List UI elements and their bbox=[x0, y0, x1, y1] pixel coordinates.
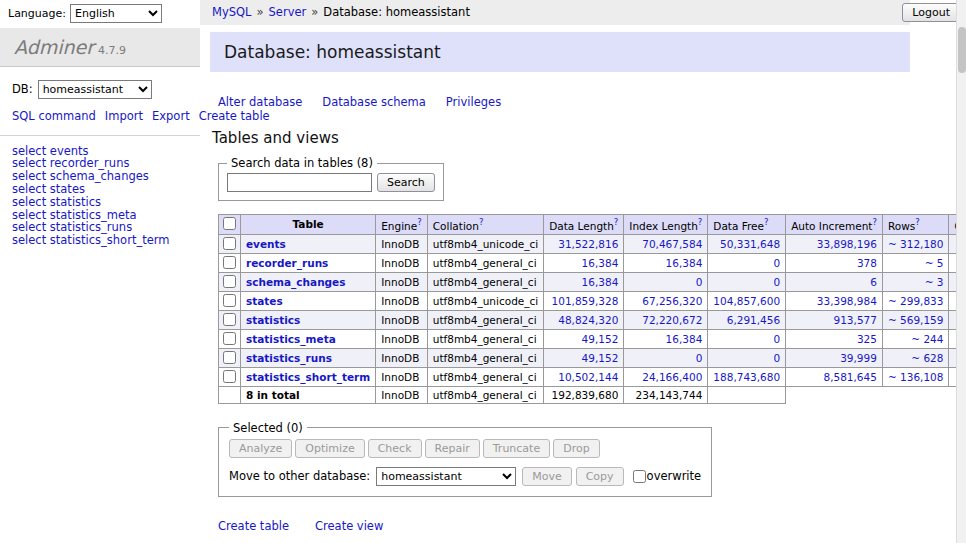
auto-increment-link[interactable]: 39,999 bbox=[840, 352, 877, 364]
data-length-link[interactable]: 31,522,816 bbox=[558, 238, 618, 250]
auto-increment-link[interactable]: 6 bbox=[870, 276, 877, 288]
auto-increment-link[interactable]: 913,577 bbox=[834, 314, 877, 326]
search-legend: Search data in tables (8) bbox=[227, 156, 377, 170]
auto-increment-link[interactable]: 325 bbox=[857, 333, 877, 345]
row-checkbox[interactable] bbox=[223, 313, 236, 326]
breadcrumb-separator: » bbox=[311, 5, 318, 19]
optimize-button[interactable]: Optimize bbox=[295, 439, 364, 458]
database-schema-link[interactable]: Database schema bbox=[322, 95, 425, 109]
privileges-link[interactable]: Privileges bbox=[446, 95, 501, 109]
row-checkbox[interactable] bbox=[223, 275, 236, 288]
data-free-link[interactable]: 50,331,648 bbox=[720, 238, 780, 250]
rows-link[interactable]: ~ 136,108 bbox=[888, 371, 944, 383]
index-length-link[interactable]: 0 bbox=[696, 276, 703, 288]
data-length-link[interactable]: 16,384 bbox=[582, 257, 619, 269]
data-free-link[interactable]: 0 bbox=[773, 333, 780, 345]
rows-link[interactable]: ~ 3 bbox=[925, 276, 944, 288]
help-icon[interactable]: ? bbox=[915, 217, 920, 227]
breadcrumb-mysql-link[interactable]: MySQL bbox=[212, 5, 252, 19]
row-checkbox[interactable] bbox=[223, 237, 236, 250]
data-length-link[interactable]: 49,152 bbox=[582, 352, 619, 364]
data-length-link[interactable]: 48,824,320 bbox=[558, 314, 618, 326]
move-db-select[interactable]: homeassistant bbox=[376, 467, 516, 486]
engine-cell: InnoDB bbox=[376, 329, 428, 348]
help-icon[interactable]: ? bbox=[479, 217, 484, 227]
create-view-link[interactable]: Create view bbox=[315, 519, 383, 533]
help-icon[interactable]: ? bbox=[698, 217, 703, 227]
index-length-link[interactable]: 70,467,584 bbox=[642, 238, 702, 250]
row-checkbox[interactable] bbox=[223, 332, 236, 345]
table-link[interactable]: schema_changes bbox=[246, 276, 346, 288]
help-icon[interactable]: ? bbox=[417, 217, 422, 227]
data-free-link[interactable]: 104,857,600 bbox=[713, 295, 780, 307]
col-index-length: Index Length? bbox=[624, 215, 708, 235]
index-length-link[interactable]: 67,256,320 bbox=[642, 295, 702, 307]
data-length-link[interactable]: 10,502,144 bbox=[558, 371, 618, 383]
help-icon[interactable]: ? bbox=[764, 217, 769, 227]
breadcrumb-server-link[interactable]: Server bbox=[269, 5, 307, 19]
row-checkbox[interactable] bbox=[223, 351, 236, 364]
search-button[interactable]: Search bbox=[377, 173, 435, 192]
auto-increment-link[interactable]: 378 bbox=[857, 257, 877, 269]
alter-database-link[interactable]: Alter database bbox=[218, 95, 302, 109]
data-free-link[interactable]: 188,743,680 bbox=[713, 371, 780, 383]
row-checkbox[interactable] bbox=[223, 370, 236, 383]
auto-increment-link[interactable]: 33,398,984 bbox=[817, 295, 877, 307]
rows-link[interactable]: ~ 569,159 bbox=[888, 314, 944, 326]
row-checkbox[interactable] bbox=[223, 256, 236, 269]
truncate-button[interactable]: Truncate bbox=[483, 439, 550, 458]
data-length-link[interactable]: 16,384 bbox=[582, 276, 619, 288]
rows-link[interactable]: ~ 5 bbox=[925, 257, 944, 269]
help-icon[interactable]: ? bbox=[614, 217, 619, 227]
total-index-length: 234,143,744 bbox=[624, 386, 708, 403]
data-free-link[interactable]: 0 bbox=[773, 257, 780, 269]
create-table-link[interactable]: Create table bbox=[218, 519, 289, 533]
rows-link[interactable]: ~ 312,180 bbox=[888, 238, 944, 250]
copy-button[interactable]: Copy bbox=[576, 467, 624, 486]
select-all-checkbox[interactable] bbox=[223, 217, 236, 230]
table-link[interactable]: statistics_short_term bbox=[246, 371, 370, 383]
rows-link[interactable]: ~ 244 bbox=[911, 333, 943, 345]
check-button[interactable]: Check bbox=[368, 439, 422, 458]
table-link[interactable]: states bbox=[246, 295, 283, 307]
table-link[interactable]: statistics_meta bbox=[246, 333, 336, 345]
auto-increment-link[interactable]: 8,581,645 bbox=[823, 371, 876, 383]
help-icon[interactable]: ? bbox=[872, 217, 877, 227]
rows-link[interactable]: ~ 299,833 bbox=[888, 295, 944, 307]
analyze-button[interactable]: Analyze bbox=[229, 439, 292, 458]
index-length-link[interactable]: 72,220,672 bbox=[642, 314, 702, 326]
bulk-actions: AnalyzeOptimizeCheckRepairTruncateDrop bbox=[229, 439, 701, 458]
logout-button[interactable]: Logout bbox=[902, 3, 960, 22]
index-length-link[interactable]: 16,384 bbox=[666, 257, 703, 269]
auto-increment-link[interactable]: 33,898,196 bbox=[817, 238, 877, 250]
table-link[interactable]: events bbox=[246, 238, 286, 250]
index-length-link[interactable]: 0 bbox=[696, 352, 703, 364]
data-free-link[interactable]: 0 bbox=[773, 276, 780, 288]
data-free-link[interactable]: 6,291,456 bbox=[727, 314, 780, 326]
db-select[interactable]: homeassistant bbox=[38, 80, 152, 99]
language-select[interactable]: English bbox=[70, 4, 162, 23]
rows-link[interactable]: ~ 628 bbox=[911, 352, 943, 364]
row-checkbox[interactable] bbox=[223, 294, 236, 307]
overwrite-checkbox[interactable] bbox=[633, 470, 646, 483]
vertical-scrollbar[interactable] bbox=[956, 0, 966, 543]
sql-command-link[interactable]: SQL command bbox=[12, 109, 96, 123]
index-length-link[interactable]: 24,166,400 bbox=[642, 371, 702, 383]
table-link[interactable]: statistics bbox=[246, 314, 300, 326]
sidebar-item-select-statistics-short-term[interactable]: select statistics_short_term bbox=[12, 233, 169, 247]
move-button[interactable]: Move bbox=[522, 467, 572, 486]
drop-button[interactable]: Drop bbox=[553, 439, 599, 458]
create-table-link-sidebar[interactable]: Create table bbox=[199, 109, 270, 123]
data-length-link[interactable]: 49,152 bbox=[582, 333, 619, 345]
search-input[interactable] bbox=[227, 173, 372, 192]
export-link[interactable]: Export bbox=[152, 109, 190, 123]
table-row-states: states InnoDB utf8mb4_unicode_ci 101,859… bbox=[219, 291, 966, 310]
index-length-link[interactable]: 16,384 bbox=[666, 333, 703, 345]
import-link[interactable]: Import bbox=[105, 109, 143, 123]
data-length-link[interactable]: 101,859,328 bbox=[552, 295, 619, 307]
table-link[interactable]: recorder_runs bbox=[246, 257, 328, 269]
scrollbar-thumb[interactable] bbox=[958, 27, 966, 73]
data-free-link[interactable]: 0 bbox=[773, 352, 780, 364]
repair-button[interactable]: Repair bbox=[425, 439, 480, 458]
table-link[interactable]: statistics_runs bbox=[246, 352, 332, 364]
